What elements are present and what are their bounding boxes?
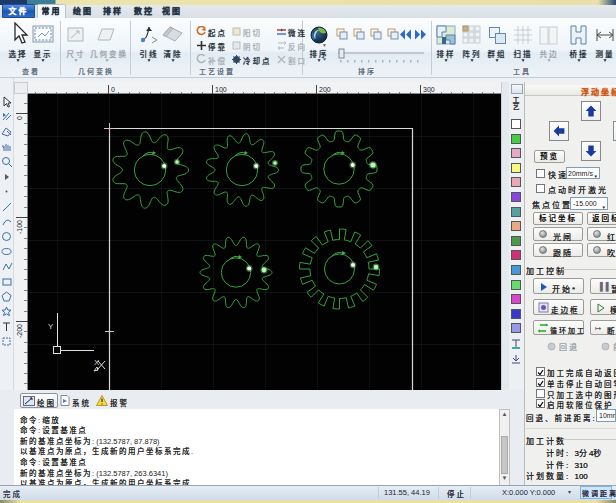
svg-text:0: 0 bbox=[111, 86, 115, 93]
svg-text:200: 200 bbox=[319, 86, 331, 93]
svg-text:300: 300 bbox=[423, 86, 435, 93]
svg-text:-100: -100 bbox=[16, 220, 23, 234]
svg-text:X: X bbox=[94, 358, 100, 367]
svg-text:0: 0 bbox=[16, 116, 23, 120]
svg-text:100: 100 bbox=[215, 86, 227, 93]
svg-text:Y: Y bbox=[48, 322, 54, 331]
svg-text:-200: -200 bbox=[16, 324, 23, 338]
